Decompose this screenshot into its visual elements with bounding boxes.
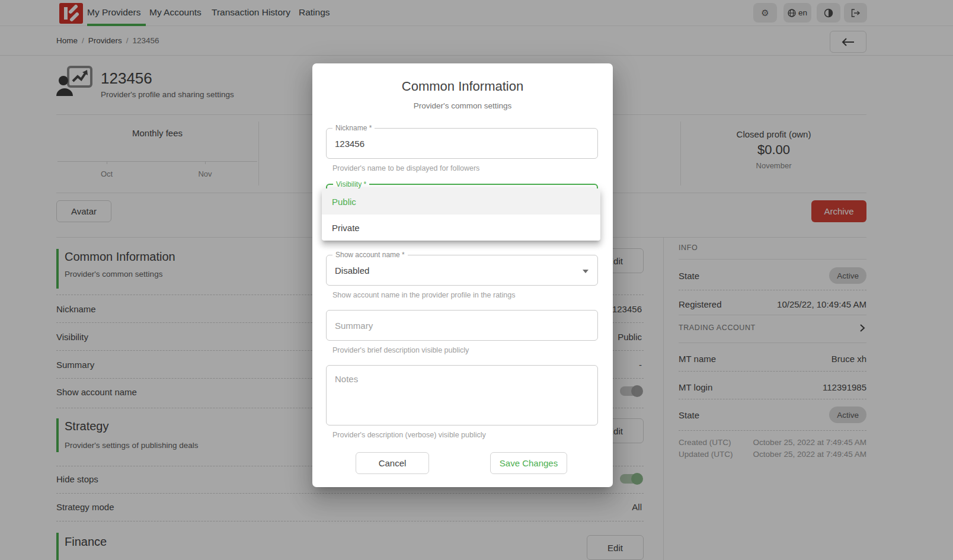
nickname-field-label: Nickname * bbox=[332, 124, 375, 132]
notes-textarea[interactable] bbox=[327, 366, 597, 425]
nickname-helper-text: Provider's name to be displayed for foll… bbox=[332, 164, 479, 172]
notes-helper-text: Provider's description (verbose) visible… bbox=[332, 431, 486, 439]
dialog-title: Common Information bbox=[312, 79, 613, 94]
dropdown-option-public[interactable]: Public bbox=[322, 188, 600, 215]
app-root: My Providers My Accounts Transaction His… bbox=[0, 0, 953, 560]
cancel-button[interactable]: Cancel bbox=[356, 452, 429, 474]
save-changes-button[interactable]: Save Changes bbox=[490, 452, 567, 474]
dialog-subtitle: Provider's common settings bbox=[312, 101, 613, 110]
summary-input[interactable] bbox=[327, 311, 597, 340]
visibility-dropdown-menu: Public Private bbox=[322, 188, 600, 241]
chevron-down-icon bbox=[583, 270, 589, 273]
summary-field bbox=[326, 310, 598, 341]
dropdown-option-private[interactable]: Private bbox=[322, 215, 600, 241]
show-account-name-field-label: Show account name * bbox=[332, 251, 408, 259]
common-information-dialog: Common Information Provider's common set… bbox=[312, 63, 613, 487]
summary-helper-text: Provider's brief description visible pub… bbox=[332, 346, 469, 354]
show-account-name-field[interactable]: Show account name * bbox=[326, 255, 598, 286]
show-account-name-select[interactable] bbox=[327, 255, 597, 285]
nickname-input[interactable] bbox=[327, 129, 597, 158]
notes-field bbox=[326, 365, 598, 425]
nickname-field: Nickname * bbox=[326, 128, 598, 159]
visibility-field-label: Visibility * bbox=[333, 180, 369, 188]
show-account-name-helper-text: Show account name in the provider profil… bbox=[332, 291, 516, 299]
